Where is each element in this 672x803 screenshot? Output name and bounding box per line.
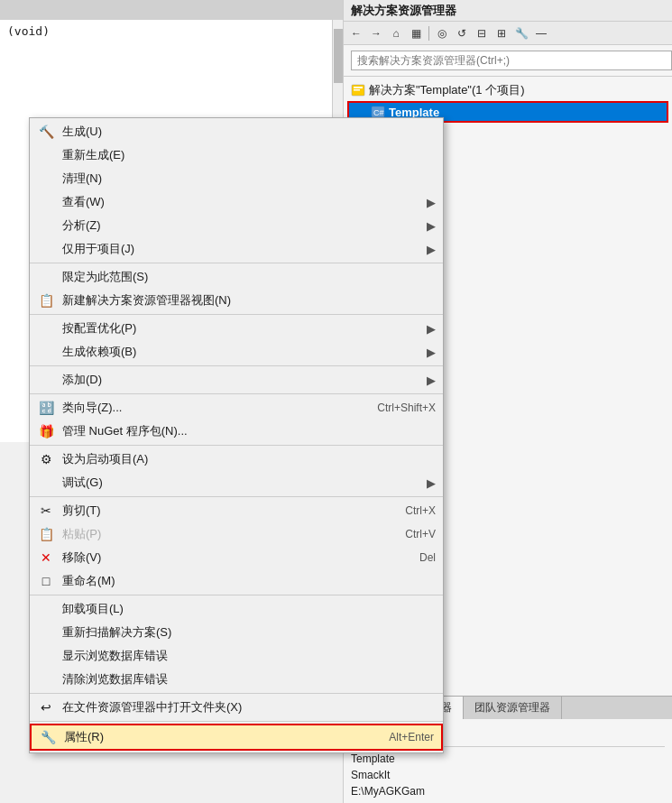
menu-label-7: 新建解决方案资源管理器视图(N)	[62, 292, 231, 309]
menu-item-13[interactable]: ⚙设为启动项目(A)	[30, 448, 443, 471]
menu-arrow-10: ▶	[427, 374, 436, 387]
home-button[interactable]: ⌂	[387, 24, 405, 42]
menu-shortcut-11: Ctrl+Shift+X	[341, 402, 436, 414]
menu-label-6: 限定为此范围(S)	[62, 269, 148, 285]
solution-explorer-toolbar: ← → ⌂ ▦ ◎ ↺ ⊟ ⊞ 🔧 —	[344, 22, 672, 45]
menu-item-1[interactable]: 重新生成(E)	[30, 143, 443, 167]
menu-item-4[interactable]: 分析(Z)▶	[30, 214, 443, 237]
menu-arrow-4: ▶	[427, 219, 436, 233]
menu-label-13: 设为启动项目(A)	[62, 451, 148, 467]
menu-item-9[interactable]: 生成依赖项(B)▶	[30, 340, 443, 364]
function-signature: (void)	[7, 24, 50, 38]
toolbar-separator	[428, 26, 429, 41]
minimize-button[interactable]: —	[532, 24, 550, 42]
menu-label-15: 剪切(T)	[62, 503, 101, 519]
menu-shortcut-24: Alt+Enter	[353, 731, 434, 743]
menu-item-18[interactable]: □重命名(M)	[30, 569, 443, 593]
menu-item-15[interactable]: ✂剪切(T)Ctrl+X	[30, 499, 443, 522]
menu-label-10: 添加(D)	[62, 372, 102, 388]
menu-separator-5	[30, 263, 443, 263]
menu-shortcut-16: Ctrl+V	[369, 528, 436, 540]
menu-icon-18: □	[37, 572, 55, 590]
svg-text:C#: C#	[373, 108, 384, 117]
menu-separator-23	[30, 721, 443, 722]
menu-label-1: 重新生成(E)	[62, 147, 124, 163]
menu-item-21[interactable]: 显示浏览数据库错误	[30, 644, 443, 668]
menu-icon-23: ↩	[37, 698, 55, 716]
prop-row-1: SmackIt	[351, 767, 665, 783]
menu-arrow-14: ▶	[427, 476, 436, 490]
menu-item-23[interactable]: ↩在文件资源管理器中打开文件夹(X)	[30, 696, 443, 719]
menu-label-17: 移除(V)	[62, 549, 101, 566]
prop-value-2: E:\MyAGKGam	[351, 785, 665, 798]
menu-shortcut-17: Del	[383, 551, 436, 564]
menu-item-6[interactable]: 限定为此范围(S)	[30, 265, 443, 289]
back-button[interactable]: ←	[347, 24, 365, 42]
menu-label-0: 生成(U)	[62, 124, 102, 140]
menu-label-5: 仅用于项目(J)	[62, 241, 134, 257]
menu-item-14[interactable]: 调试(G)▶	[30, 471, 443, 494]
menu-item-0[interactable]: 🔨生成(U)	[30, 120, 443, 143]
menu-item-2[interactable]: 清理(N)	[30, 167, 443, 190]
scroll-thumb[interactable]	[334, 29, 343, 83]
menu-shortcut-15: Ctrl+X	[369, 504, 436, 517]
menu-separator-10	[30, 393, 443, 394]
menu-item-20[interactable]: 重新扫描解决方案(S)	[30, 621, 443, 644]
menu-arrow-3: ▶	[427, 196, 436, 209]
refresh-button[interactable]: ◎	[433, 24, 451, 42]
menu-icon-12: 🎁	[37, 422, 55, 440]
menu-item-7[interactable]: 📋新建解决方案资源管理器视图(N)	[30, 289, 443, 312]
svg-rect-1	[354, 87, 363, 88]
menu-label-9: 生成依赖项(B)	[62, 344, 136, 360]
menu-icon-0: 🔨	[37, 123, 55, 141]
search-input[interactable]	[351, 51, 672, 70]
menu-item-12[interactable]: 🎁管理 NuGet 程序包(N)...	[30, 420, 443, 443]
menu-icon-7: 📋	[37, 291, 55, 309]
menu-arrow-9: ▶	[427, 346, 436, 359]
solution-node[interactable]: 解决方案"Template"(1 个项目)	[344, 80, 672, 100]
menu-icon-15: ✂	[37, 502, 55, 520]
menu-item-8[interactable]: 按配置优化(P)▶	[30, 317, 443, 340]
menu-item-16[interactable]: 📋粘贴(P)Ctrl+V	[30, 522, 443, 546]
menu-label-19: 卸载项目(L)	[62, 601, 124, 617]
prop-row-2: E:\MyAGKGam	[351, 783, 665, 799]
menu-arrow-5: ▶	[427, 243, 436, 256]
menu-icon-17: ✕	[37, 549, 55, 567]
menu-item-11[interactable]: 🔡类向导(Z)...Ctrl+Shift+X	[30, 396, 443, 420]
tools-button[interactable]: 🔧	[512, 24, 530, 42]
tab-team-explorer[interactable]: 团队资源管理器	[464, 697, 562, 719]
menu-label-20: 重新扫描解决方案(S)	[62, 624, 171, 641]
menu-item-19[interactable]: 卸载项目(L)	[30, 597, 443, 621]
menu-label-21: 显示浏览数据库错误	[62, 648, 168, 664]
menu-label-22: 清除浏览数据库错误	[62, 671, 168, 688]
menu-icon-16: 📋	[37, 525, 55, 543]
menu-label-12: 管理 NuGet 程序包(N)...	[62, 423, 188, 439]
menu-icon-11: 🔡	[37, 399, 55, 417]
menu-icon-13: ⚙	[37, 450, 55, 468]
forward-button[interactable]: →	[367, 24, 385, 42]
menu-separator-14	[30, 496, 443, 497]
editor-tab-bar	[0, 0, 343, 20]
menu-item-10[interactable]: 添加(D)▶	[30, 368, 443, 392]
menu-item-3[interactable]: 查看(W)▶	[30, 190, 443, 214]
menu-separator-7	[30, 314, 443, 315]
menu-label-11: 类向导(Z)...	[62, 400, 122, 416]
menu-item-17[interactable]: ✕移除(V)Del	[30, 546, 443, 569]
prop-value-1: SmackIt	[351, 769, 665, 781]
menu-label-14: 调试(G)	[62, 475, 103, 491]
expand-button[interactable]: ⊞	[492, 24, 511, 42]
menu-label-24: 属性(R)	[64, 729, 104, 745]
undo-button[interactable]: ↺	[453, 24, 471, 42]
menu-item-5[interactable]: 仅用于项目(J)▶	[30, 237, 443, 261]
menu-label-2: 清理(N)	[62, 171, 102, 187]
solution-label: 解决方案"Template"(1 个项目)	[369, 82, 524, 98]
code-line: (void)	[7, 23, 336, 40]
menu-label-8: 按配置优化(P)	[62, 320, 136, 337]
search-area	[344, 45, 672, 77]
menu-icon-24: 🔧	[39, 728, 57, 746]
menu-item-24[interactable]: 🔧属性(R)Alt+Enter	[30, 724, 443, 751]
menu-separator-9	[30, 365, 443, 366]
menu-item-22[interactable]: 清除浏览数据库错误	[30, 668, 443, 691]
collapse-button[interactable]: ⊟	[473, 24, 491, 42]
grid-button[interactable]: ▦	[407, 24, 425, 42]
